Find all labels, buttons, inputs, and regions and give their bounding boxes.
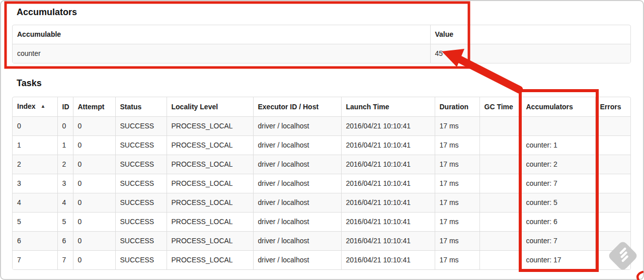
column-header-duration[interactable]: Duration [435,97,479,117]
table-cell: SUCCESS [115,117,167,136]
table-cell: 0 [73,117,115,136]
column-header-label: Attempt [78,103,105,111]
table-cell [595,232,630,251]
table-cell: counter: 2 [521,155,595,174]
table-cell: driver / localhost [253,232,341,251]
table-cell [479,251,521,270]
table-cell: 1 [13,136,57,155]
table-cell: 2016/04/21 10:10:41 [341,136,435,155]
column-header-executor-id-host[interactable]: Executor ID / Host [253,97,341,117]
column-header-label: Launch Time [346,103,389,111]
column-header-id[interactable]: ID [57,97,73,117]
table-cell: 0 [73,251,115,270]
table-cell: 17 ms [435,232,479,251]
table-cell: SUCCESS [115,232,167,251]
column-header-index[interactable]: Index▲ [13,97,57,117]
table-cell [479,174,521,193]
table-row: 660SUCCESSPROCESS_LOCALdriver / localhos… [13,232,630,251]
table-cell: driver / localhost [253,117,341,136]
table-cell [479,232,521,251]
column-header-accumulators[interactable]: Accumulators [521,97,595,117]
annotation-corner-stroke [637,272,642,280]
table-cell: 2016/04/21 10:10:41 [341,155,435,174]
table-cell: driver / localhost [253,193,341,213]
table-cell: 2016/04/21 10:10:41 [341,174,435,193]
table-cell: SUCCESS [115,213,167,232]
column-header-label: ID [62,103,69,111]
column-header-label: Accumulators [526,103,573,111]
column-header-label: Status [120,103,142,111]
table-cell [521,117,595,136]
column-header-value[interactable]: Value [430,25,630,44]
table-cell [479,213,521,232]
column-header-locality-level[interactable]: Locality Level [167,97,253,117]
table-cell: SUCCESS [115,193,167,213]
table-cell: counter: 17 [521,251,595,270]
accumulators-table-wrap: AccumulableValue counter45 [12,25,631,63]
table-cell: PROCESS_LOCAL [167,136,253,155]
table-cell: counter: 7 [521,174,595,193]
column-header-errors[interactable]: Errors [595,97,630,117]
table-cell: SUCCESS [115,155,167,174]
table-cell: PROCESS_LOCAL [167,193,253,213]
table-cell [479,117,521,136]
table-cell: 4 [13,193,57,213]
table-cell: 0 [73,232,115,251]
table-cell: 2016/04/21 10:10:41 [341,251,435,270]
table-cell: driver / localhost [253,155,341,174]
table-cell [595,174,630,193]
table-cell: 2016/04/21 10:10:41 [341,232,435,251]
tasks-header-row: Index▲IDAttemptStatusLocality LevelExecu… [13,97,630,117]
table-cell: counter: 7 [521,232,595,251]
table-cell: 0 [73,213,115,232]
table-cell: 2 [13,155,57,174]
table-cell: driver / localhost [253,136,341,155]
table-cell: driver / localhost [253,213,341,232]
table-cell: 17 ms [435,155,479,174]
table-cell: 2016/04/21 10:10:41 [341,213,435,232]
table-row: 000SUCCESSPROCESS_LOCALdriver / localhos… [13,117,630,136]
column-header-launch-time[interactable]: Launch Time [341,97,435,117]
column-header-accumulable[interactable]: Accumulable [13,25,430,44]
table-cell: 2016/04/21 10:10:41 [341,193,435,213]
column-header-label: Locality Level [172,103,218,111]
sort-ascending-icon: ▲ [41,103,46,109]
table-cell: counter: 6 [521,213,595,232]
table-cell [595,136,630,155]
table-cell: 4 [57,193,73,213]
accumulators-section-title: Accumulators [17,7,631,18]
table-cell: PROCESS_LOCAL [167,213,253,232]
table-cell: 2016/04/21 10:10:41 [341,117,435,136]
accumulators-table: AccumulableValue counter45 [13,25,630,63]
table-cell: 1 [57,136,73,155]
table-cell [479,155,521,174]
table-cell: 5 [57,213,73,232]
column-header-label: Duration [440,103,469,111]
table-cell: 0 [73,155,115,174]
table-cell [595,117,630,136]
column-header-label: Executor ID / Host [258,103,319,111]
table-cell: 45 [430,44,630,63]
tasks-table-body: 000SUCCESSPROCESS_LOCALdriver / localhos… [13,117,630,270]
table-cell: SUCCESS [115,136,167,155]
table-cell: 0 [73,193,115,213]
accumulators-header-row: AccumulableValue [13,25,630,44]
column-header-gc-time[interactable]: GC Time [479,97,521,117]
column-header-attempt[interactable]: Attempt [73,97,115,117]
tasks-table: Index▲IDAttemptStatusLocality LevelExecu… [13,97,630,269]
table-cell: 7 [57,251,73,270]
table-cell: 6 [13,232,57,251]
column-header-label: Errors [600,103,621,111]
column-header-status[interactable]: Status [115,97,167,117]
tasks-table-wrap: Index▲IDAttemptStatusLocality LevelExecu… [12,97,631,270]
table-cell: 17 ms [435,251,479,270]
table-cell: driver / localhost [253,251,341,270]
page-content: Accumulators AccumulableValue counter45 … [0,0,644,270]
table-cell: 0 [13,117,57,136]
table-row: 770SUCCESSPROCESS_LOCALdriver / localhos… [13,251,630,270]
table-cell: SUCCESS [115,174,167,193]
table-cell: PROCESS_LOCAL [167,117,253,136]
column-header-label: Value [435,30,454,38]
column-header-label: Index [17,102,36,110]
table-cell: counter: 1 [521,136,595,155]
